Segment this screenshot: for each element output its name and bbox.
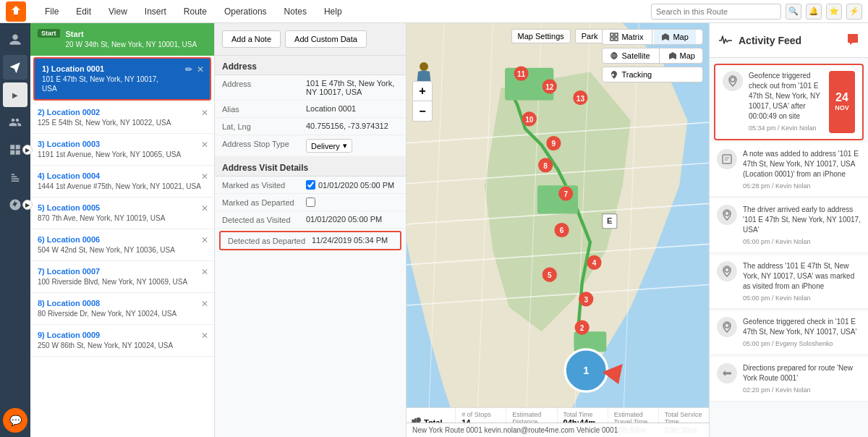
main-content: ▶ ▶ ▶ 💬 Start Start 20 W 34th St, New Yo…	[0, 23, 868, 437]
tracking-btn[interactable]: Tracking	[602, 67, 703, 82]
feed-item-6-time: 02:20 pm / Kevin Nolan	[743, 386, 861, 395]
item-2-address: 125 E 54th St, New York, NY 10022, USA	[38, 118, 207, 127]
sidebar-icon-routes[interactable]	[3, 55, 27, 80]
map-zoom: + −	[412, 81, 433, 122]
menu-help[interactable]: Help	[321, 5, 345, 18]
feed-geo-icon-4	[717, 261, 737, 281]
menu-insert[interactable]: Insert	[142, 5, 169, 18]
sidebar-icon-grid[interactable]: ▶	[3, 137, 27, 162]
sidebar-icon-user[interactable]	[3, 27, 27, 52]
activity-pulse-icon	[718, 33, 733, 48]
feed-geofence-icon-1	[723, 71, 743, 91]
item-2-close[interactable]: ✕	[201, 108, 208, 118]
marked-departed-checkbox[interactable]	[306, 198, 315, 207]
marked-visited-checkbox[interactable]	[306, 180, 315, 190]
sidebar-icon-chart[interactable]	[3, 165, 27, 190]
item-1-edit-icon[interactable]: ✏	[185, 64, 192, 75]
matrix-btn[interactable]: Matrix	[603, 30, 650, 44]
svg-rect-2	[10, 150, 14, 155]
menu-notes[interactable]: Notes	[281, 5, 310, 18]
activity-feed: Activity Feed Geofence triggered check o…	[709, 23, 868, 437]
satellite-group: Satellite Map	[602, 48, 703, 64]
route-item-5[interactable]: 5) Location 0005 870 7th Ave, New York, …	[30, 198, 214, 229]
zoom-in-btn[interactable]: +	[412, 81, 433, 101]
map-view-btn[interactable]: Map	[654, 30, 695, 44]
route-item-3[interactable]: 3) Location 0003 1191 1st Avenue, New Yo…	[30, 134, 214, 166]
lightning-icon[interactable]: ⚡	[846, 4, 862, 20]
menu-file[interactable]: File	[42, 5, 61, 18]
map-btn-2[interactable]: Map	[661, 48, 702, 63]
svg-point-49	[420, 62, 428, 71]
sidebar-icon-team[interactable]	[3, 110, 27, 135]
menu-view[interactable]: View	[106, 5, 130, 18]
route-list: Start Start 20 W 34th St, New York, NY 1…	[30, 23, 215, 437]
search-input[interactable]	[651, 4, 781, 20]
item-1-close[interactable]: ✕	[197, 64, 204, 75]
item-5-title: 5) Location 0005	[38, 203, 207, 212]
latlng-value: 40.755156, -73.974312	[306, 122, 399, 130]
menu-operations[interactable]: Operations	[221, 5, 270, 18]
menu-edit[interactable]: Edit	[73, 5, 94, 18]
svg-rect-58	[723, 155, 731, 164]
svg-text:11: 11	[517, 70, 526, 78]
visit-details-title: Address Visit Details	[215, 157, 406, 177]
item-8-title: 8) Location 0008	[38, 299, 207, 307]
route-item-6[interactable]: 6) Location 0006 504 W 42nd St, New York…	[30, 229, 214, 261]
route-item-1[interactable]: 1) Location 0001 101 E 47th St, New York…	[33, 57, 211, 101]
svg-point-61	[725, 211, 729, 216]
star-icon[interactable]: ⭐	[826, 4, 842, 20]
svg-point-63	[725, 323, 729, 328]
item-6-close[interactable]: ✕	[201, 235, 208, 245]
item-9-address: 250 W 86th St, New York, NY 10024, USA	[38, 341, 207, 350]
item-6-address: 504 W 42nd St, New York, NY 10036, USA	[38, 245, 207, 255]
menu-route[interactable]: Route	[181, 5, 210, 18]
detail-actions: Add a Note Add Custom Data	[215, 23, 406, 56]
app-logo[interactable]	[6, 1, 26, 22]
route-item-2[interactable]: 2) Location 0002 125 E 54th St, New York…	[30, 102, 214, 134]
add-note-button[interactable]: Add a Note	[222, 30, 281, 48]
item-3-address: 1191 1st Avenue, New York, NY 10065, USA	[38, 150, 207, 159]
stop-type-select[interactable]: Delivery ▾	[306, 139, 352, 153]
route-item-9[interactable]: 9) Location 0009 250 W 86th St, New York…	[30, 325, 214, 357]
item-4-title: 4) Location 0004	[38, 171, 207, 180]
svg-text:8: 8	[543, 162, 548, 170]
svg-text:9: 9	[552, 140, 556, 148]
alias-value: Location 0001	[306, 104, 399, 113]
detected-visited-label: Detected as Visited	[222, 215, 302, 224]
item-8-close[interactable]: ✕	[201, 299, 208, 309]
bell-icon[interactable]: 🔔	[806, 4, 822, 20]
satellite-btn[interactable]: Satellite	[603, 48, 657, 63]
item-2-title: 2) Location 0002	[38, 108, 207, 116]
item-9-close[interactable]: ✕	[201, 331, 208, 341]
stop-type-row: Address Stop Type Delivery ▾	[215, 135, 406, 157]
map-area[interactable]: 11 12 13 10 9 8	[407, 23, 709, 437]
item-4-close[interactable]: ✕	[201, 171, 208, 182]
item-3-title: 3) Location 0003	[38, 140, 207, 148]
sidebar-icon-chat[interactable]: 💬	[3, 408, 27, 433]
add-custom-data-button[interactable]: Add Custom Data	[285, 30, 367, 48]
sidebar-icon-person[interactable]: ▶	[3, 192, 27, 217]
zoom-out-btn[interactable]: −	[412, 101, 433, 122]
svg-text:E: E	[607, 216, 613, 225]
address-value: 101 E 47th St, New York, NY 10017, USA	[306, 79, 399, 96]
start-badge: Start	[38, 29, 60, 38]
svg-rect-53	[615, 38, 618, 41]
marked-visited-value: 01/01/2020 05:00 PM	[318, 181, 394, 190]
sidebar-icon-expand[interactable]: ▶	[3, 82, 27, 107]
map-background: 11 12 13 10 9 8	[407, 23, 709, 437]
route-item-8[interactable]: 8) Location 0008 80 Riverside Dr, New Yo…	[30, 293, 214, 325]
item-5-close[interactable]: ✕	[201, 203, 208, 213]
feed-item-6: Directions prepared for route 'New York …	[710, 357, 868, 402]
item-3-close[interactable]: ✕	[201, 140, 208, 150]
route-item-7[interactable]: 7) Location 0007 100 Riverside Blvd, New…	[30, 261, 214, 293]
search-icon[interactable]: 🔍	[786, 4, 801, 20]
feed-item-4: The address '101 E 47th St, New York, NY…	[710, 255, 868, 310]
map-bottom-area: New York Route 0001 kevin.nolan@route4me…	[407, 407, 709, 437]
item-7-close[interactable]: ✕	[201, 267, 208, 277]
route-item-4[interactable]: 4) Location 0004 1444 1st Avenue #75th, …	[30, 166, 214, 198]
total-time-label: Total Time	[563, 411, 603, 418]
svg-point-57	[731, 77, 735, 82]
stops-label: # of Stops	[461, 411, 501, 418]
feed-item-2-time: 05:28 pm / Kevin Nolan	[743, 182, 861, 191]
feed-item-5-text: Geofence triggered check in '101 E 47th …	[743, 317, 861, 337]
